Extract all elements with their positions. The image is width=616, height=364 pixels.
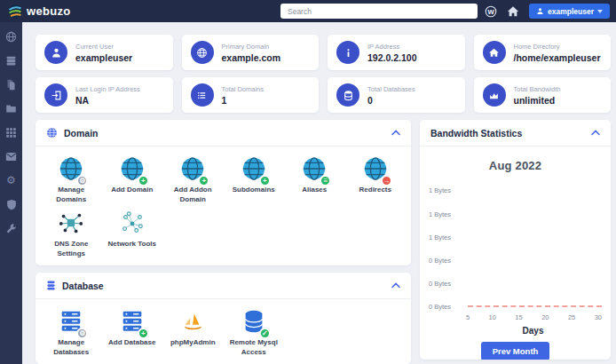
server-add-icon: + xyxy=(119,322,146,337)
sidebar-item-globe-icon[interactable] xyxy=(5,30,18,43)
globe-icon xyxy=(46,127,58,138)
bandwidth-panel-header: Bandwidth Statistics xyxy=(420,120,611,146)
bandwidth-panel: Bandwidth Statistics Aug 2022 1 Bytes 1 … xyxy=(420,120,611,360)
webuzo-logo-icon xyxy=(8,4,22,19)
left-column: Domain ⚙ Manage Domains xyxy=(36,120,411,364)
tool-label: Aliases xyxy=(286,186,344,195)
bandwidth-panel-title: Bandwidth Statistics xyxy=(430,128,522,138)
info-icon xyxy=(336,41,359,64)
prev-month-button[interactable]: Prev Month xyxy=(481,342,550,360)
stat-value: example.com xyxy=(222,52,281,63)
y-axis-label: 0 Bytes xyxy=(425,257,461,265)
bandwidth-chart-icon xyxy=(483,83,506,107)
globe-add-icon: + xyxy=(179,170,206,185)
tool-manage-domains[interactable]: ⚙ Manage Domains xyxy=(41,154,102,204)
tool-label: Manage Domains xyxy=(43,186,100,204)
stat-value: 0 xyxy=(367,95,415,106)
user-menu-button[interactable]: exampleuser xyxy=(529,4,610,19)
stat-value: NA xyxy=(75,95,140,106)
stat-card-last-login-ip: Last Login IP Address NA xyxy=(36,77,173,113)
topbar-actions: W exampleuser xyxy=(485,0,610,22)
home-icon xyxy=(483,41,506,64)
sidebar-item-apps-grid-icon[interactable] xyxy=(5,126,18,138)
sidebar-item-database-icon[interactable] xyxy=(5,54,18,67)
tool-add-database[interactable]: + Add Database xyxy=(102,306,163,357)
x-axis-title: Days xyxy=(455,326,611,336)
home-icon[interactable] xyxy=(507,5,519,17)
tool-manage-databases[interactable]: ⚙ Manage Databases xyxy=(41,306,102,357)
plus-badge-icon: + xyxy=(138,328,149,339)
server-gear-icon: ⚙ xyxy=(58,322,84,337)
stat-label: Home Directory xyxy=(514,43,601,51)
x-tick: 10 xyxy=(489,313,496,321)
svg-text:W: W xyxy=(487,8,494,15)
tool-add-domain[interactable]: + Add Domain xyxy=(102,154,163,204)
globe-gear-icon: ⚙ xyxy=(58,170,84,185)
stat-card-primary-domain: Primary Domain example.com xyxy=(182,35,320,70)
tool-label: phpMyAdmin xyxy=(164,338,222,348)
plus-badge-icon: + xyxy=(259,175,271,186)
stat-label: Total Databases xyxy=(367,85,415,93)
stat-card-home-directory: Home Directory /home/exampleuser xyxy=(474,35,612,70)
tool-label: Add Addon Domain xyxy=(164,186,222,204)
tool-subdomains[interactable]: + Subdomains xyxy=(224,154,285,204)
x-tick: 5 xyxy=(466,313,470,321)
sidebar-item-folder-icon[interactable] xyxy=(5,102,18,115)
y-axis-label: 0 Bytes xyxy=(425,303,461,311)
stat-label: Current User xyxy=(75,43,132,51)
sidebar: ⚙ xyxy=(0,22,22,364)
domain-panel: Domain ⚙ Manage Domains xyxy=(36,120,411,265)
database-panel-title: Database xyxy=(62,281,104,291)
stat-card-total-domains: Total Domains 1 xyxy=(182,77,320,113)
stat-value: exampleuser xyxy=(75,52,132,63)
stat-card-total-databases: Total Databases 0 xyxy=(328,77,465,113)
stat-label: IP Address xyxy=(367,43,416,51)
collapse-chevron-up-icon[interactable] xyxy=(391,282,400,289)
sign-in-icon xyxy=(44,83,67,107)
tool-remote-mysql-access[interactable]: ✓ Remote Mysql Access xyxy=(224,306,285,357)
domain-panel-title: Domain xyxy=(64,128,99,138)
user-icon xyxy=(44,41,67,64)
tool-aliases[interactable]: ≡ Aliases xyxy=(284,154,345,204)
user-menu-label: exampleuser xyxy=(548,7,594,16)
user-icon xyxy=(536,7,544,15)
database-tools-grid: ⚙ Manage Databases + xyxy=(36,299,411,364)
globe-add-icon: + xyxy=(241,170,267,185)
database-icon xyxy=(336,83,359,107)
topbar: webuzo W exampleuser xyxy=(0,0,616,22)
sidebar-item-file-manager-icon[interactable] xyxy=(5,78,18,91)
tool-add-addon-domain[interactable]: + Add Addon Domain xyxy=(162,154,224,204)
sidebar-item-services-gears-icon[interactable]: ⚙ xyxy=(5,174,18,186)
tool-label: Add Domain xyxy=(104,186,162,195)
webuzo-logo[interactable]: webuzo xyxy=(0,4,70,19)
y-axis-label: 1 Bytes xyxy=(425,210,461,218)
collapse-chevron-up-icon[interactable] xyxy=(391,130,400,136)
domain-panel-header: Domain xyxy=(36,120,411,146)
zero-baseline-dashed xyxy=(468,305,602,307)
sidebar-item-security-shield-icon[interactable] xyxy=(5,198,18,210)
sidebar-item-tools-wrench-icon[interactable] xyxy=(5,222,18,234)
stat-card-total-bandwidth: Total Bandwidth unlimited xyxy=(474,77,612,113)
stat-value: 1 xyxy=(222,95,265,106)
sidebar-item-email-icon[interactable] xyxy=(5,150,18,162)
tool-dns-zone-settings[interactable]: DNS Zone Settings xyxy=(41,208,102,258)
logo-text: webuzo xyxy=(27,4,70,18)
tool-label: DNS Zone Settings xyxy=(43,240,100,258)
chart-title: Aug 2022 xyxy=(420,159,611,172)
database-panel-header: Database xyxy=(36,273,411,299)
wordpress-icon[interactable]: W xyxy=(485,5,497,18)
tool-redirects[interactable]: → Redirects xyxy=(345,154,407,204)
globe-add-icon: + xyxy=(119,170,146,185)
tool-network-tools[interactable]: Network Tools xyxy=(102,208,163,258)
x-tick: 25 xyxy=(568,313,575,321)
tool-label: Subdomains xyxy=(225,186,283,195)
stat-label: Total Bandwidth xyxy=(514,85,561,93)
phpmyadmin-icon xyxy=(179,322,206,337)
tool-phpmyadmin[interactable]: phpMyAdmin xyxy=(162,306,224,357)
domain-tools-grid: ⚙ Manage Domains + Add Domain xyxy=(36,146,411,265)
tool-label: Remote Mysql Access xyxy=(225,338,283,357)
collapse-chevron-up-icon[interactable] xyxy=(591,130,600,136)
search-input[interactable] xyxy=(280,4,478,19)
stat-value: unlimited xyxy=(514,95,561,106)
x-tick: 30 xyxy=(595,313,602,321)
